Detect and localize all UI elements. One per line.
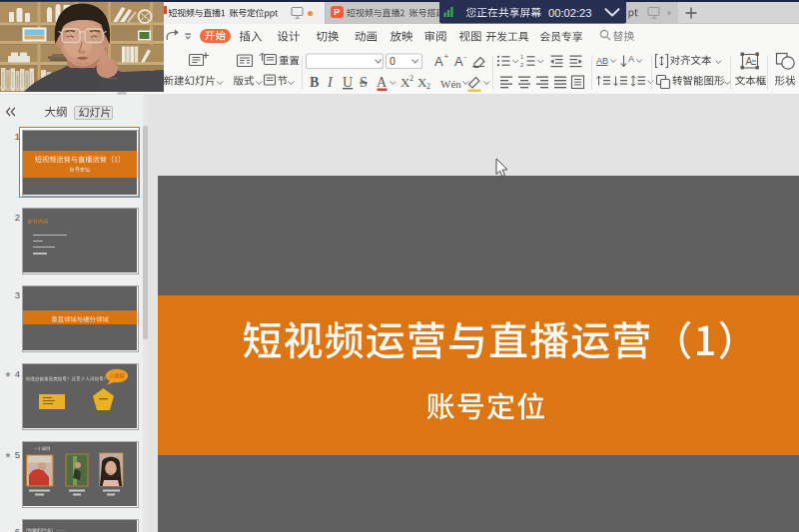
svg-text:00:02:23: 00:02:23 xyxy=(548,7,592,19)
